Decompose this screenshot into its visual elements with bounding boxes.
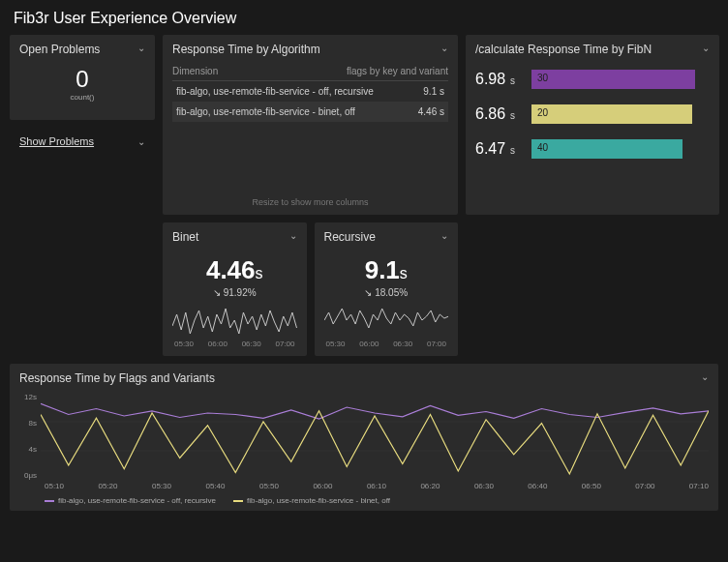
tick: 06:00 (359, 340, 379, 348)
tick: 05:30 (174, 340, 194, 348)
fibn-panel: /calculate Response Time by FibN ⌄ 6.98 … (466, 35, 719, 215)
chevron-down-icon[interactable]: ⌄ (701, 371, 709, 382)
binet-sparkline (172, 307, 297, 340)
binet-panel: Binet ⌄ 4.46s ↘ 91.92% 05:30 06:00 06:30… (163, 222, 307, 356)
x-tick: 05:50 (259, 482, 279, 490)
recursive-delta: ↘ 18.05% (324, 287, 449, 298)
row-value: 4.46 s (418, 106, 444, 117)
recursive-value: 9.1s (324, 255, 449, 285)
x-tick: 05:20 (98, 482, 117, 490)
binet-delta: ↘ 91.92% (172, 287, 297, 298)
chevron-down-icon[interactable]: ⌄ (440, 230, 448, 241)
fibn-title: /calculate Response Time by FibN (475, 43, 652, 56)
fibn-row[interactable]: 6.47 s40 (475, 139, 710, 159)
y-tick: 8s (19, 419, 37, 428)
flags-variants-title: Response Time by Flags and Variants (19, 371, 215, 385)
table-col-flags: flags by key and variant (347, 66, 448, 76)
fibn-bar-label: 40 (537, 142, 548, 153)
fibn-bar: 30 (531, 70, 695, 89)
show-problems-label: Show Problems (19, 135, 94, 147)
chevron-down-icon[interactable]: ⌄ (702, 43, 710, 53)
fibn-bar-label: 20 (537, 107, 548, 118)
x-tick: 07:10 (689, 482, 709, 490)
recursive-panel: Recursive ⌄ 9.1s ↘ 18.05% 05:30 06:00 06… (315, 222, 459, 356)
chevron-down-icon[interactable]: ⌄ (440, 43, 448, 53)
open-problems-title: Open Problems (19, 43, 100, 56)
chevron-down-icon: ⌄ (137, 136, 145, 147)
recursive-sparkline (324, 307, 449, 340)
legend-swatch (233, 500, 243, 502)
fibn-row[interactable]: 6.98 s30 (475, 70, 710, 89)
legend-swatch (45, 500, 54, 502)
x-tick: 06:10 (367, 482, 386, 490)
binet-value: 4.46s (172, 255, 297, 285)
open-problems-value: 0 (19, 66, 145, 93)
chevron-down-icon[interactable]: ⌄ (137, 43, 145, 53)
open-problems-label: count() (19, 93, 145, 102)
tick: 07:00 (427, 340, 446, 348)
legend-label: fib-algo, use-remote-fib-service - binet… (247, 496, 390, 505)
legend-item[interactable]: fib-algo, use-remote-fib-service - binet… (233, 496, 390, 505)
chart-series-line (41, 411, 709, 474)
x-tick: 06:30 (474, 482, 494, 490)
table-row[interactable]: fib-algo, use-remote-fib-service - off, … (172, 81, 448, 102)
row-value: 9.1 s (423, 86, 444, 97)
y-tick: 4s (19, 445, 37, 454)
row-dimension: fib-algo, use-remote-fib-service - binet… (176, 106, 355, 117)
y-tick: 0μs (19, 471, 37, 480)
x-tick: 06:40 (528, 482, 547, 490)
tick: 06:30 (242, 340, 261, 348)
tick: 06:30 (393, 340, 412, 348)
table-row[interactable]: fib-algo, use-remote-fib-service - binet… (172, 102, 448, 122)
fibn-row[interactable]: 6.86 s20 (475, 104, 710, 124)
row-dimension: fib-algo, use-remote-fib-service - off, … (176, 86, 374, 97)
x-tick: 05:30 (152, 482, 171, 490)
response-time-algo-panel: Response Time by Algorithm ⌄ Dimension f… (163, 35, 458, 215)
tick: 05:30 (326, 340, 346, 348)
binet-title: Binet (172, 230, 198, 244)
resize-hint: Resize to show more columns (172, 197, 448, 207)
fibn-value: 6.86 s (475, 105, 524, 123)
tick: 06:00 (208, 340, 228, 348)
x-tick: 05:10 (45, 482, 64, 490)
recursive-title: Recursive (324, 230, 376, 244)
y-tick: 12s (19, 393, 37, 401)
x-tick: 05:40 (205, 482, 225, 490)
flags-variants-chart[interactable] (41, 393, 709, 480)
rt-algo-title: Response Time by Algorithm (172, 43, 320, 56)
tick: 07:00 (275, 340, 294, 348)
x-tick: 06:00 (313, 482, 332, 490)
x-tick: 07:00 (635, 482, 654, 490)
fibn-bar: 40 (531, 139, 682, 159)
fibn-value: 6.47 s (475, 140, 524, 158)
x-tick: 06:50 (582, 482, 601, 490)
fibn-bar-label: 30 (537, 73, 548, 83)
fibn-value: 6.98 s (475, 71, 524, 88)
fibn-bar: 20 (531, 104, 692, 124)
legend-label: fib-algo, use-remote-fib-service - off, … (58, 496, 216, 505)
page-title: Fib3r User Experience Overview (0, 0, 728, 35)
x-tick: 06:20 (420, 482, 440, 490)
legend-item[interactable]: fib-algo, use-remote-fib-service - off, … (45, 496, 216, 505)
show-problems-link[interactable]: Show Problems ⌄ (10, 128, 155, 155)
table-col-dimension: Dimension (172, 66, 218, 76)
chevron-down-icon[interactable]: ⌄ (289, 230, 297, 241)
open-problems-panel: Open Problems ⌄ 0 count() (10, 35, 155, 120)
flags-variants-panel: Response Time by Flags and Variants ⌄ 12… (10, 364, 718, 511)
